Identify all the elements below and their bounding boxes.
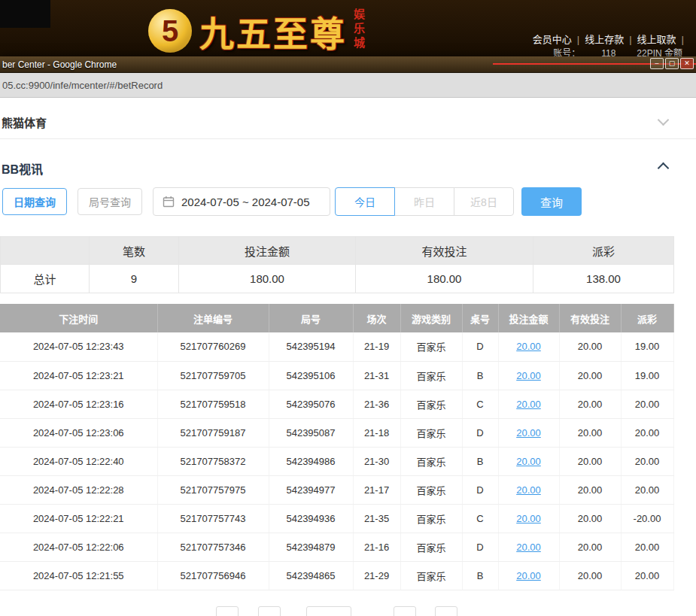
nav-link[interactable]: 会员中心 xyxy=(533,34,572,45)
chevron-down-icon[interactable] xyxy=(658,114,670,126)
bet-table-cell: 20.00 xyxy=(559,533,621,561)
bet-table-header-cell: 派彩 xyxy=(621,304,673,332)
nav-link[interactable]: 线上存款 xyxy=(585,34,624,45)
bet-table-cell: 20.00 xyxy=(559,361,621,390)
browser-title-bar[interactable]: ber Center - Google Chrome – ▢ ✕ xyxy=(0,56,696,73)
date-range-value: 2024-07-05 ~ 2024-07-05 xyxy=(181,196,310,208)
nav-separator: | xyxy=(682,34,684,45)
pagination-page-button[interactable] xyxy=(258,606,281,616)
bet-table-cell: 21-16 xyxy=(353,533,400,561)
bet-table-cell: 521707759187 xyxy=(157,418,269,447)
bet-table-cell: 521707758372 xyxy=(157,447,269,475)
bet-table-cell: 542395087 xyxy=(269,418,353,447)
bet-table-cell: 521707759705 xyxy=(157,361,269,390)
bet-table-cell: 20.00 xyxy=(498,361,559,390)
table-row: 2024-07-05 12:23:16521707759518542395076… xyxy=(0,390,673,418)
bet-table-cell: 2024-07-05 12:22:21 xyxy=(0,504,157,533)
section-bb-video[interactable]: BB视讯 xyxy=(0,149,696,183)
bet-table-cell: D xyxy=(462,475,498,504)
bet-table-cell: 21-36 xyxy=(353,390,400,418)
bet-table-cell: 521707759518 xyxy=(157,390,269,418)
bet-table-cell: 20.00 xyxy=(498,504,559,533)
browser-url-bar[interactable]: 05.cc:9900/infe/mcenter/#/betRecord xyxy=(0,73,696,98)
bet-table-cell: 2024-07-05 12:22:28 xyxy=(0,475,157,504)
bet-table-cell: 2024-07-05 12:22:40 xyxy=(0,447,157,475)
bet-table-cell: 19.00 xyxy=(621,361,673,390)
yesterday-button[interactable]: 昨日 xyxy=(394,187,454,216)
bet-table-cell: 20.00 xyxy=(498,533,559,561)
bet-amount-link[interactable]: 20.00 xyxy=(516,399,541,410)
table-row: 2024-07-05 12:22:21521707757743542394936… xyxy=(0,504,673,533)
bet-amount-link[interactable]: 20.00 xyxy=(516,341,541,352)
bet-table-cell: 542394986 xyxy=(269,447,353,475)
maximize-button[interactable]: ▢ xyxy=(665,58,679,69)
bet-table-cell: 20.00 xyxy=(621,418,673,447)
bet-amount-link[interactable]: 20.00 xyxy=(516,370,541,381)
quick-range-group: 今日 昨日 近8日 xyxy=(335,187,514,216)
bet-table-cell: 21-31 xyxy=(353,361,400,390)
bet-table-header-cell: 场次 xyxy=(353,304,400,332)
bet-table-header-row: 下注时间注单编号局号场次游戏类别桌号投注金额有效投注派彩 xyxy=(0,304,673,332)
summary-header-bet-amount: 投注金额 xyxy=(179,237,356,265)
bet-table-cell: 20.00 xyxy=(559,447,621,475)
summary-total-label: 总计 xyxy=(1,265,90,293)
nav-separator: | xyxy=(577,34,579,45)
bet-amount-link[interactable]: 20.00 xyxy=(516,456,541,467)
close-button[interactable]: ✕ xyxy=(680,58,694,69)
round-query-tab[interactable]: 局号查询 xyxy=(78,188,142,215)
bet-table-cell: 百家乐 xyxy=(400,332,462,361)
summary-payout-value: 138.00 xyxy=(533,265,674,293)
summary-bet-amount-value: 180.00 xyxy=(179,265,356,293)
pagination xyxy=(0,606,673,616)
minimize-button[interactable]: – xyxy=(650,58,664,69)
bet-table-cell: 20.00 xyxy=(498,447,559,475)
bet-table-cell: 20.00 xyxy=(498,390,559,418)
bet-table-cell: 百家乐 xyxy=(400,475,462,504)
bet-table-cell: -20.00 xyxy=(621,504,673,533)
section-title: BB视讯 xyxy=(2,159,43,178)
pagination-jump-box[interactable] xyxy=(435,606,457,616)
chevron-up-icon[interactable] xyxy=(658,162,670,174)
bet-table-cell: 20.00 xyxy=(498,418,559,447)
logo-emblem-char: 5 xyxy=(162,14,178,48)
table-row: 2024-07-05 12:23:43521707760269542395194… xyxy=(0,332,673,361)
bet-amount-link[interactable]: 20.00 xyxy=(516,570,541,581)
today-button[interactable]: 今日 xyxy=(335,187,395,216)
bet-table-cell: 542394936 xyxy=(269,504,353,533)
window-controls: – ▢ ✕ xyxy=(650,58,694,69)
bet-table-cell: 542395106 xyxy=(269,361,353,390)
search-button[interactable]: 查询 xyxy=(521,187,582,216)
browser-window: ber Center - Google Chrome – ▢ ✕ 05.cc:9… xyxy=(0,56,696,616)
bet-table-cell: D xyxy=(462,533,498,561)
pagination-next-button[interactable] xyxy=(394,606,416,616)
pagination-size-select[interactable] xyxy=(306,606,351,616)
bet-table-cell: 百家乐 xyxy=(400,561,462,590)
bet-table-cell: 20.00 xyxy=(559,475,621,504)
bet-amount-link[interactable]: 20.00 xyxy=(516,513,541,524)
page-content: 熊猫体育 BB视讯 日期查询 局号查询 2024-07-05 ~ 2024-07… xyxy=(0,98,696,615)
bet-table-cell: 20.00 xyxy=(559,332,621,361)
date-query-tab[interactable]: 日期查询 xyxy=(2,188,67,215)
bet-amount-link[interactable]: 20.00 xyxy=(516,427,541,438)
bet-table-cell: 21-29 xyxy=(353,561,400,590)
bet-amount-link[interactable]: 20.00 xyxy=(516,542,541,553)
window-title: ber Center - Google Chrome xyxy=(2,59,117,70)
url-text[interactable]: 05.cc:9900/infe/mcenter/#/betRecord xyxy=(2,80,163,91)
date-range-picker[interactable]: 2024-07-05 ~ 2024-07-05 xyxy=(153,187,330,216)
last-8-days-button[interactable]: 近8日 xyxy=(454,187,514,216)
pagination-prev-button[interactable] xyxy=(216,606,239,616)
bet-table-header-cell: 注单编号 xyxy=(157,304,269,332)
bet-table-cell: 521707756946 xyxy=(157,561,269,590)
section-panda-sports[interactable]: 熊猫体育 xyxy=(0,104,696,139)
nav-link[interactable]: 线上取款 xyxy=(637,34,676,45)
logo-emblem-icon: 5 xyxy=(148,9,192,53)
bet-table-cell: 2024-07-05 12:21:55 xyxy=(0,561,157,590)
bet-table-cell: 百家乐 xyxy=(400,504,462,533)
filter-bar: 日期查询 局号查询 2024-07-05 ~ 2024-07-05 今日 昨日 … xyxy=(2,187,696,217)
bet-record-table: 下注时间注单编号局号场次游戏类别桌号投注金额有效投注派彩 2024-07-05 … xyxy=(0,304,674,590)
summary-header-payout: 派彩 xyxy=(533,237,674,265)
bet-table-cell: 19.00 xyxy=(621,332,673,361)
bet-table-header-cell: 游戏类别 xyxy=(400,304,462,332)
bet-amount-link[interactable]: 20.00 xyxy=(516,484,541,496)
summary-valid-bet-value: 180.00 xyxy=(356,265,533,293)
